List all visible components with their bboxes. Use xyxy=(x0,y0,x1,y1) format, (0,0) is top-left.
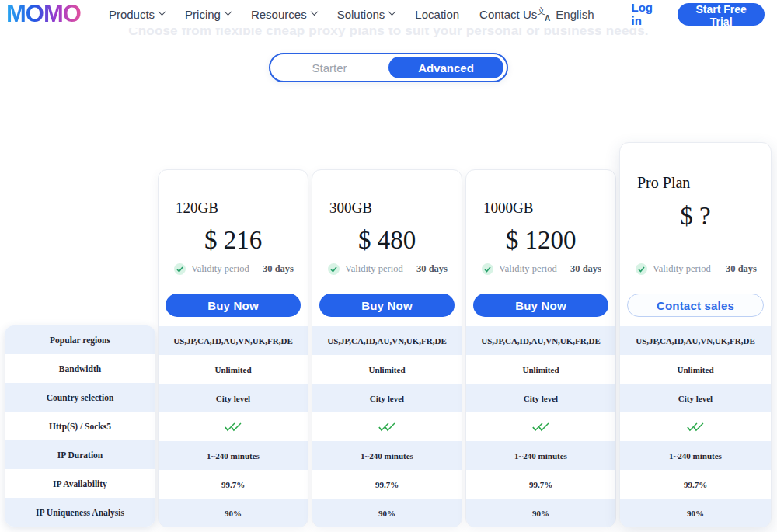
plan-price: $ 216 xyxy=(159,226,308,255)
validity-label: Validity period xyxy=(653,263,711,275)
nav-item-resources[interactable]: Resources xyxy=(251,8,317,21)
validity-row: Validity period 30 days xyxy=(328,263,448,275)
feature-value-ip-uniqueness: 90% xyxy=(312,499,462,527)
validity-label: Validity period xyxy=(345,263,403,275)
contact-sales-button[interactable]: Contact sales xyxy=(627,294,764,317)
main-nav: Products Pricing Resources Solutions Loc… xyxy=(109,8,537,21)
feature-label-ip-duration: IP Duration xyxy=(5,440,155,469)
feature-value-bandwidth: Unlimited xyxy=(159,355,308,384)
plan-feature-values: US,JP,CA,ID,AU,VN,UK,FR,DE Unlimited Cit… xyxy=(159,326,308,527)
feature-value-popular-regions: US,JP,CA,ID,AU,VN,UK,FR,DE xyxy=(312,326,462,355)
feature-value-ip-duration: 1~240 minutes xyxy=(312,441,462,470)
feature-value-bandwidth: Unlimited xyxy=(620,355,771,384)
nav-item-label: Solutions xyxy=(337,8,385,21)
validity-value: 30 days xyxy=(570,263,601,275)
plan-feature-values: US,JP,CA,ID,AU,VN,UK,FR,DE Unlimited Cit… xyxy=(466,326,615,527)
feature-value-country-selection: City level xyxy=(466,384,615,412)
feature-value-ip-uniqueness: 90% xyxy=(620,499,771,527)
validity-value: 30 days xyxy=(416,263,448,275)
buy-now-button[interactable]: Buy Now xyxy=(319,294,455,317)
feature-value-socks5-support xyxy=(159,412,308,441)
translate-icon: 文A xyxy=(537,8,550,21)
feature-value-popular-regions: US,JP,CA,ID,AU,VN,UK,FR,DE xyxy=(620,326,771,355)
feature-value-country-selection: City level xyxy=(312,384,462,412)
language-label: English xyxy=(556,8,594,21)
feature-value-country-selection: City level xyxy=(620,384,771,412)
plan-type-toggle: Starter Advanced xyxy=(269,53,508,82)
buy-now-button[interactable]: Buy Now xyxy=(473,294,608,317)
buy-now-button[interactable]: Buy Now xyxy=(166,294,301,317)
plan-price: $ 1200 xyxy=(466,226,615,255)
start-free-trial-button[interactable]: Start Free Trial xyxy=(678,3,765,26)
validity-row: Validity period 30 days xyxy=(636,263,757,275)
language-selector[interactable]: 文A English xyxy=(537,8,594,21)
feature-value-socks5-support xyxy=(620,412,771,441)
feature-labels-panel: Popular regions Bandwidth Country select… xyxy=(5,325,155,527)
plan-feature-values: US,JP,CA,ID,AU,VN,UK,FR,DE Unlimited Cit… xyxy=(312,326,462,527)
chevron-down-icon xyxy=(310,8,318,16)
feature-value-country-selection: City level xyxy=(159,384,308,412)
chevron-down-icon xyxy=(159,8,166,16)
feature-value-popular-regions: US,JP,CA,ID,AU,VN,UK,FR,DE xyxy=(159,326,308,355)
nav-item-label: Contact Us xyxy=(479,8,537,21)
feature-label-http-socks5: Http(S) / Socks5 xyxy=(5,412,155,440)
validity-row: Validity period 30 days xyxy=(482,263,601,275)
feature-value-ip-uniqueness: 90% xyxy=(466,499,615,527)
validity-row: Validity period 30 days xyxy=(174,263,294,275)
feature-value-popular-regions: US,JP,CA,ID,AU,VN,UK,FR,DE xyxy=(466,326,615,355)
plan-card-300gb: 300GB $ 480 Validity period 30 days Buy … xyxy=(312,169,462,527)
plan-title: Pro Plan xyxy=(637,174,690,192)
validity-value: 30 days xyxy=(726,263,757,275)
double-check-icon xyxy=(531,422,551,432)
feature-value-ip-duration: 1~240 minutes xyxy=(466,441,615,470)
plan-feature-values: US,JP,CA,ID,AU,VN,UK,FR,DE Unlimited Cit… xyxy=(620,326,771,527)
feature-label-bandwidth: Bandwidth xyxy=(5,354,155,383)
feature-value-ip-availability: 99.7% xyxy=(466,470,615,499)
validity-value: 30 days xyxy=(263,263,294,275)
feature-value-ip-duration: 1~240 minutes xyxy=(159,441,308,470)
brand-logo[interactable]: MOMO xyxy=(6,0,81,28)
nav-item-label: Resources xyxy=(251,8,307,21)
nav-item-label: Pricing xyxy=(185,8,221,21)
nav-item-solutions[interactable]: Solutions xyxy=(337,8,395,21)
validity-label: Validity period xyxy=(191,263,249,275)
feature-value-bandwidth: Unlimited xyxy=(312,355,462,384)
double-check-icon xyxy=(378,422,397,432)
feature-value-socks5-support xyxy=(466,412,615,441)
feature-value-socks5-support xyxy=(312,412,462,441)
nav-item-products[interactable]: Products xyxy=(109,8,165,21)
nav-item-pricing[interactable]: Pricing xyxy=(185,8,231,21)
plan-title: 120GB xyxy=(176,200,218,217)
nav-item-contact-us[interactable]: Contact Us xyxy=(479,8,537,21)
feature-value-ip-duration: 1~240 minutes xyxy=(620,441,771,470)
plan-price: $ 480 xyxy=(312,226,462,255)
feature-label-country-selection: Country selection xyxy=(5,383,155,412)
plan-title: 300GB xyxy=(329,200,372,217)
navbar: MOMO Products Pricing Resources Solution… xyxy=(0,0,777,28)
check-circle-icon xyxy=(328,263,340,275)
feature-value-ip-uniqueness: 90% xyxy=(159,499,308,527)
feature-label-ip-availability: IP Availability xyxy=(5,469,155,498)
nav-item-label: Products xyxy=(109,8,155,21)
feature-value-ip-availability: 99.7% xyxy=(312,470,462,499)
chevron-down-icon xyxy=(224,8,232,16)
feature-label-ip-uniqueness-analysis: IP Uniqueness Analysis xyxy=(5,498,155,527)
plan-card-1000gb: 1000GB $ 1200 Validity period 30 days Bu… xyxy=(465,169,616,527)
double-check-icon xyxy=(686,422,706,432)
chevron-down-icon xyxy=(388,8,396,16)
plan-card-120gb: 120GB $ 216 Validity period 30 days Buy … xyxy=(158,169,308,527)
nav-item-location[interactable]: Location xyxy=(415,8,459,21)
nav-item-label: Location xyxy=(415,8,459,21)
feature-value-ip-availability: 99.7% xyxy=(620,470,771,499)
plan-price: $ ? xyxy=(620,202,771,231)
double-check-icon xyxy=(224,422,243,432)
feature-value-ip-availability: 99.7% xyxy=(159,470,308,499)
plan-card-pro: Pro Plan $ ? Validity period 30 days Con… xyxy=(619,142,772,527)
feature-label-popular-regions: Popular regions xyxy=(5,325,155,354)
toggle-option-starter[interactable]: Starter xyxy=(270,54,388,81)
toggle-option-advanced[interactable]: Advanced xyxy=(388,57,503,78)
check-circle-icon xyxy=(636,263,647,275)
login-link[interactable]: Log in xyxy=(631,1,657,27)
check-circle-icon xyxy=(482,263,493,275)
check-circle-icon xyxy=(174,263,186,275)
